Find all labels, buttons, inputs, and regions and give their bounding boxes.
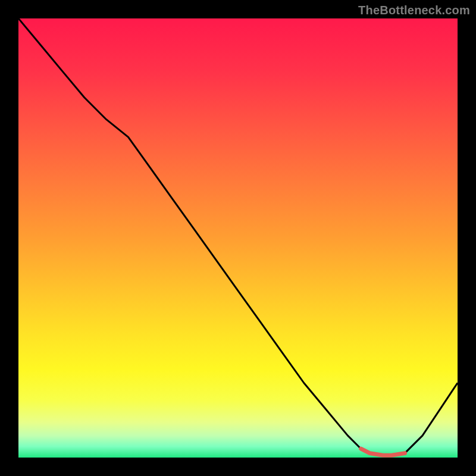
chart-svg — [18, 18, 458, 458]
chart-plot — [18, 18, 458, 458]
frame: TheBottleneck.com — [0, 0, 476, 476]
attribution-label: TheBottleneck.com — [358, 4, 470, 17]
gradient-background — [18, 18, 458, 458]
